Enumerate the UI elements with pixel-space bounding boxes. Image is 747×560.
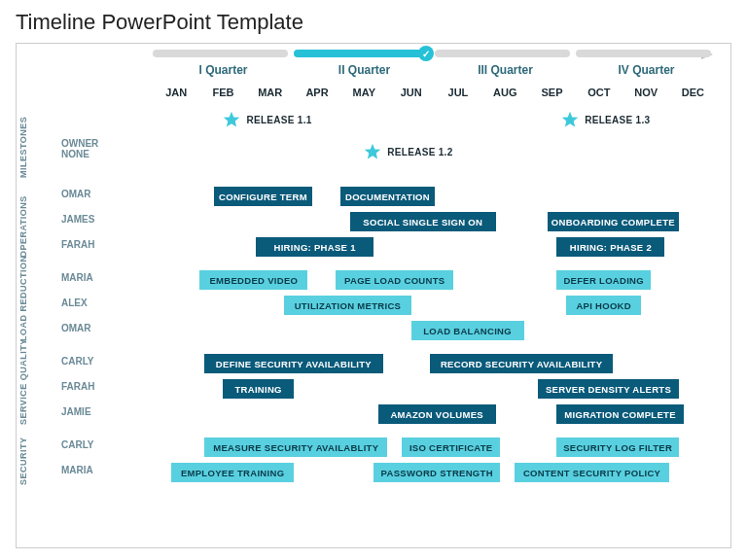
milestone: RELEASE 1.3 (561, 111, 650, 128)
month-label: JUN (388, 87, 435, 98)
svg-marker-3 (562, 112, 579, 127)
task-bar: EMPLOYEE TRAINING (171, 463, 294, 482)
owner-label: OWNERNONE (61, 138, 143, 159)
task-bar: ISO CERTIFICATE (402, 438, 500, 457)
month-label: JUL (435, 87, 481, 98)
timeline-row: ALEXUTILIZATION METRICSAPI HOOKD (17, 295, 730, 318)
quarter-seg-3 (435, 50, 570, 57)
timeline-frame: ✓ I Quarter II Quarter III Quarter IV Qu… (16, 43, 731, 548)
month-label: NOV (622, 87, 669, 98)
owner-label: FARAH (61, 381, 143, 392)
quarter-label: I Quarter (153, 63, 294, 77)
owner-label: OMAR (61, 323, 143, 333)
page-title: Timeline PowerPoint Template (16, 10, 731, 35)
timeline-row: OWNERNONE (17, 135, 730, 158)
milestone-label: RELEASE 1.1 (246, 115, 311, 125)
timeline-row: MARIAEMPLOYEE TRAININGPASSWORD STRENGTHC… (17, 462, 730, 485)
month-label: OCT (576, 87, 622, 98)
section-label: MILESTONES (18, 164, 28, 178)
timeline-row: FARAHTRAININGSERVER DENSITY ALERTS (17, 378, 730, 402)
task-bar: CONTENT SECURITY POLICY (515, 463, 669, 482)
task-bar: UTILIZATION METRICS (284, 296, 410, 315)
owner-label: MARIA (61, 272, 143, 283)
task-bar: HIRING: PHASE 1 (256, 237, 374, 257)
task-bar: TRAINING (223, 379, 293, 399)
month-label: JAN (153, 87, 199, 98)
task-bar: HIRING: PHASE 2 (556, 237, 664, 257)
quarter-label: IV Quarter (576, 63, 717, 77)
timeline-row: MARIAEMBEDDED VIDEOPAGE LOAD COUNTSDEFER… (17, 269, 730, 293)
milestone-label: RELEASE 1.3 (585, 115, 650, 125)
timeline-row: JAMIEAMAZON VOLUMESMIGRATION COMPLETE (17, 403, 730, 427)
owner-label: JAMES (61, 214, 143, 225)
task-bar: DEFINE SECURITY AVAILABILITY (204, 354, 383, 373)
quarter-header: ✓ I Quarter II Quarter III Quarter IV Qu… (153, 50, 717, 81)
task-bar: RECORD SECURITY AVAILABILITY (430, 354, 613, 373)
svg-marker-1 (224, 112, 240, 127)
task-bar: AMAZON VOLUMES (378, 404, 496, 424)
month-label: MAR (247, 87, 294, 98)
timeline-row: FARAHHIRING: PHASE 1HIRING: PHASE 2 (17, 236, 730, 260)
owner-label: OMAR (61, 189, 143, 199)
task-bar: SECURITY LOG FILTER (556, 438, 679, 457)
month-label: APR (294, 87, 340, 98)
task-bar: MEASURE SECURITY AVAILABLITY (204, 438, 387, 457)
month-label: FEB (199, 87, 246, 98)
task-bar: PAGE LOAD COUNTS (336, 270, 453, 290)
owner-label: JAMIE (61, 406, 143, 417)
quarter-bar: ✓ (153, 50, 717, 57)
timeline-row: JAMESSOCIAL SINGLE SIGN ONONBOARDING COM… (17, 211, 730, 234)
timeline-row: OMARLOAD BALANCING (17, 320, 730, 343)
task-bar: LOAD BALANCING (411, 321, 524, 340)
task-bar: ONBOARDING COMPLETE (548, 212, 679, 231)
quarter-label: III Quarter (435, 63, 576, 77)
quarter-label: II Quarter (294, 63, 435, 77)
owner-label: MARIA (61, 465, 143, 475)
month-label: SEP (528, 87, 575, 98)
owner-label: CARLY (61, 356, 143, 367)
owner-label: CARLY (61, 439, 143, 450)
task-bar: PASSWORD STRENGTH (374, 463, 500, 482)
task-bar: SERVER DENSITY ALERTS (538, 379, 679, 399)
check-icon: ✓ (418, 46, 434, 61)
milestone: RELEASE 1.1 (223, 111, 311, 128)
month-header: JANFEBMARAPRMAYJUNJULAUGSEPOCTNOVDEC (153, 87, 717, 102)
task-bar: EMBEDDED VIDEO (199, 270, 307, 290)
task-bar: DOCUMENTATION (340, 187, 435, 206)
owner-label: ALEX (61, 298, 143, 308)
month-label: MAY (340, 87, 387, 98)
quarter-seg-2 (294, 50, 429, 57)
quarter-seg-1 (153, 50, 288, 57)
timeline-row: CARLYMEASURE SECURITY AVAILABLITYISO CER… (17, 437, 730, 460)
task-bar: MIGRATION COMPLETE (556, 404, 683, 424)
month-label: DEC (669, 87, 716, 98)
task-bar: CONFIGURE TERM (214, 187, 312, 206)
task-bar: API HOOKD (566, 296, 641, 315)
task-bar: DEFER LOADING (556, 270, 651, 290)
month-label: AUG (481, 87, 528, 98)
timeline-row: CARLYDEFINE SECURITY AVAILABILITYRECORD … (17, 353, 730, 376)
task-bar: SOCIAL SINGLE SIGN ON (350, 212, 496, 231)
owner-label: FARAH (61, 239, 143, 250)
timeline-row: OMARCONFIGURE TERMDOCUMENTATION (17, 186, 730, 209)
quarter-seg-4 (576, 50, 711, 57)
